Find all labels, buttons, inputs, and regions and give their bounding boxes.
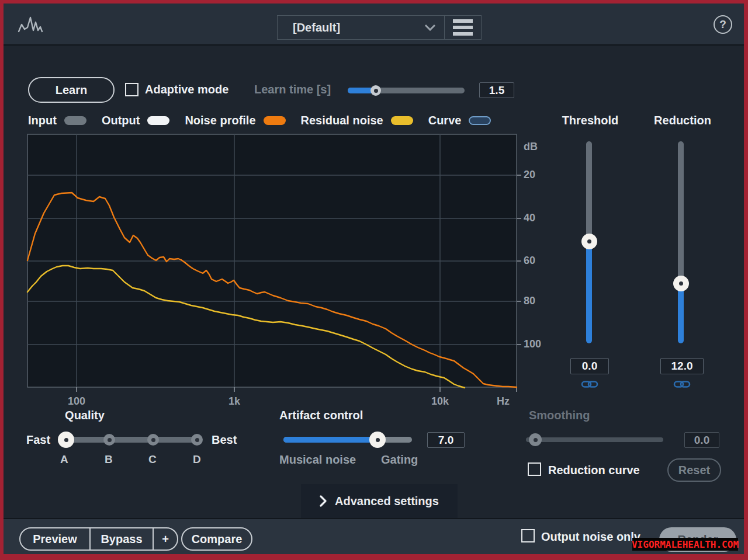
artifact-value[interactable]: 7.0	[427, 432, 465, 448]
quality-slider-knob[interactable]	[58, 432, 74, 448]
legend-label: Residual noise	[301, 114, 383, 127]
output-swatch	[147, 116, 169, 125]
reset-button[interactable]: Reset	[667, 458, 721, 482]
compare-button[interactable]: Compare	[181, 527, 252, 551]
y-axis-tick-label: 80	[524, 295, 535, 307]
y-axis-tick-label: 40	[524, 212, 535, 224]
x-axis-tick-label: 100	[62, 395, 91, 408]
plus-button[interactable]: +	[153, 528, 177, 549]
advanced-settings-toggle[interactable]: Advanced settings	[301, 484, 458, 518]
legend-item-residual-noise: Residual noise	[301, 114, 413, 127]
smoothing-label: Smoothing	[529, 409, 590, 422]
threshold-value[interactable]: 0.0	[570, 358, 609, 374]
quality-detent-c[interactable]	[147, 434, 159, 446]
x-axis-tick-label: 10k	[425, 395, 455, 408]
quality-fast-label: Fast	[26, 433, 50, 447]
reduction-link-icon[interactable]	[673, 380, 691, 389]
title-bar: [Default] ?	[4, 4, 744, 46]
smoothing-value[interactable]: 0.0	[684, 432, 719, 448]
learn-time-slider-knob[interactable]	[370, 85, 381, 96]
curve-swatch	[469, 116, 491, 125]
chevron-down-icon	[424, 24, 436, 31]
help-glyph: ?	[719, 18, 726, 31]
bypass-label: Bypass	[101, 533, 142, 546]
quality-best-label: Best	[212, 433, 237, 447]
frame-border-left	[0, 0, 4, 560]
threshold-slider-knob[interactable]	[581, 234, 597, 249]
izotope-logo-icon	[18, 13, 43, 36]
legend-label: Noise profile	[185, 114, 255, 127]
artifact-slider-fill	[283, 437, 378, 443]
smoothing-slider[interactable]	[526, 437, 663, 442]
quality-slider[interactable]	[65, 437, 199, 443]
learn-button[interactable]: Learn	[28, 77, 115, 103]
output-noise-only-checkbox[interactable]	[521, 529, 535, 542]
learn-time-value[interactable]: 1.5	[479, 82, 514, 98]
bypass-button[interactable]: Bypass	[89, 528, 153, 549]
quality-step-b: B	[105, 453, 113, 466]
legend: Input Output Noise profile Residual nois…	[28, 113, 491, 127]
spectrum-plot	[27, 134, 524, 394]
transport-button-group: Preview Bypass +	[19, 527, 178, 551]
preset-dropdown[interactable]: [Default]	[278, 16, 445, 39]
reduction-slider-knob[interactable]	[673, 276, 689, 291]
threshold-slider-track[interactable]	[586, 141, 592, 236]
y-axis-tick-label: 100	[524, 338, 541, 350]
legend-item-input: Input	[28, 114, 86, 127]
chevron-right-icon	[320, 495, 327, 507]
advanced-settings-label: Advanced settings	[335, 495, 439, 508]
reduction-value[interactable]: 12.0	[660, 358, 704, 374]
reset-button-label: Reset	[678, 464, 710, 477]
legend-label: Output	[102, 114, 140, 127]
x-axis-tick-label: Hz	[489, 395, 518, 408]
y-axis-tick-label: 20	[524, 169, 535, 181]
residual-noise-swatch	[391, 116, 413, 125]
reduction-slider-track[interactable]	[678, 141, 684, 279]
preset-menu-button[interactable]	[445, 16, 481, 39]
legend-item-noise-profile: Noise profile	[185, 114, 285, 127]
musical-noise-label: Musical noise	[279, 453, 356, 467]
preset-name: [Default]	[293, 21, 424, 34]
quality-detent-d[interactable]	[191, 434, 203, 446]
quality-label: Quality	[53, 409, 117, 422]
noise-profile-swatch	[264, 116, 286, 125]
quality-step-d: D	[193, 453, 201, 466]
artifact-slider-knob[interactable]	[369, 432, 386, 448]
threshold-label: Threshold	[549, 114, 631, 127]
preview-label: Preview	[33, 533, 77, 546]
frame-border-top	[0, 0, 748, 4]
plugin-window: [Default] ? Learn Adaptive mode Learn ti…	[0, 0, 748, 560]
spectrum-chart[interactable]: dB204060801001001k10kHz	[27, 134, 553, 409]
legend-item-output: Output	[102, 114, 170, 127]
artifact-control-label: Artifact control	[279, 409, 363, 422]
gating-label: Gating	[381, 453, 418, 467]
learn-button-label: Learn	[56, 84, 87, 97]
quality-step-c: C	[148, 453, 157, 466]
threshold-slider-fill[interactable]	[586, 246, 592, 343]
output-noise-only-label: Output noise only	[541, 530, 640, 544]
input-swatch	[64, 116, 86, 125]
reduction-slider-fill[interactable]	[678, 288, 684, 343]
reduction-curve-label: Reduction curve	[548, 464, 640, 477]
reduction-label: Reduction	[642, 114, 723, 127]
smoothing-slider-knob[interactable]	[529, 433, 542, 446]
preview-button[interactable]: Preview	[20, 528, 89, 549]
reduction-curve-checkbox[interactable]	[528, 462, 541, 476]
help-button[interactable]: ?	[714, 15, 732, 34]
compare-label: Compare	[192, 533, 243, 546]
x-axis-tick-label: 1k	[220, 395, 249, 408]
watermark-overlay: VIGORMALEHEALTH.COM	[632, 538, 738, 551]
frame-border-bottom	[0, 554, 748, 560]
adaptive-mode-checkbox[interactable]	[125, 83, 138, 96]
y-axis-tick-label: 60	[524, 255, 535, 267]
adaptive-mode-label: Adaptive mode	[145, 83, 228, 96]
threshold-link-icon[interactable]	[581, 380, 598, 389]
plus-label: +	[162, 533, 169, 546]
y-axis-tick-label: dB	[524, 141, 538, 153]
preset-group: [Default]	[277, 15, 482, 40]
quality-detent-b[interactable]	[103, 434, 115, 446]
legend-item-curve: Curve	[428, 114, 491, 127]
quality-step-a: A	[60, 453, 68, 466]
frame-border-right	[744, 0, 748, 560]
legend-label: Curve	[428, 114, 462, 127]
